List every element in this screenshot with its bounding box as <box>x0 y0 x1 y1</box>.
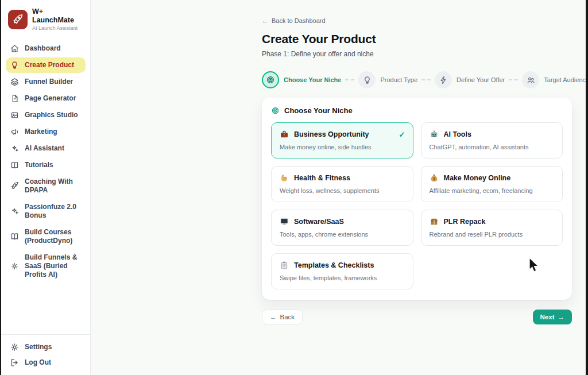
gear-icon <box>10 262 19 270</box>
sidebar-item-label: Create Product <box>25 61 74 69</box>
sidebar-item-coaching-dpapa[interactable]: Coaching With DPAPA <box>6 174 86 198</box>
gear-icon <box>10 343 19 351</box>
book-icon <box>10 232 19 241</box>
sidebar-item-marketing[interactable]: Marketing <box>6 124 86 140</box>
sidebar-item-label: Coaching With DPAPA <box>25 177 81 195</box>
robot-icon <box>430 130 439 139</box>
step-target-audience[interactable]: Target Audience <box>522 71 588 88</box>
sidebar-item-label: Funnel Builder <box>25 78 73 86</box>
panel-header: Choose Your Niche <box>271 106 563 115</box>
next-button[interactable]: Next → <box>533 310 572 324</box>
niche-option-title: Make Money Online <box>444 174 511 182</box>
left-arrow-icon: ← <box>270 314 277 320</box>
megaphone-icon <box>10 127 19 136</box>
rocket-icon <box>10 181 19 190</box>
sidebar-item-label: Settings <box>25 343 52 351</box>
niche-option-title: Templates & Checklists <box>294 261 374 269</box>
app-tagline: AI Launch Assistant <box>32 25 86 32</box>
back-link-label: Back to Dashboard <box>272 17 326 24</box>
sidebar-item-build-funnels-saas[interactable]: Build Funnels & SaaS (Buried Profits AI) <box>6 250 86 283</box>
sidebar-item-graphics-studio[interactable]: Graphics Studio <box>6 107 86 123</box>
rocket-icon <box>8 10 28 29</box>
sidebar-item-settings[interactable]: Settings <box>6 339 86 355</box>
sparkles-icon <box>10 144 19 153</box>
step-label: Product Type <box>380 76 417 83</box>
sidebar-item-label: Dashboard <box>25 44 61 53</box>
svg-text:$: $ <box>433 177 435 181</box>
page-icon <box>10 94 19 103</box>
niche-option-title: Software/SaaS <box>294 218 344 226</box>
desktop-icon <box>280 217 289 226</box>
niche-option-subtitle: Rebrand and resell PLR products <box>430 231 555 238</box>
sidebar-item-passionfuze-bonus[interactable]: Passionfuze 2.0 Bonus <box>6 199 86 223</box>
target-icon <box>271 106 280 115</box>
sidebar-footer: Settings Log Out <box>1 334 90 375</box>
sidebar: W+ LaunchMate AI Launch Assistant Dashbo… <box>1 0 91 375</box>
logout-icon <box>10 358 19 367</box>
back-to-dashboard-link[interactable]: ← Back to Dashboard <box>262 17 326 24</box>
step-connector <box>421 79 431 80</box>
users-icon <box>527 76 535 84</box>
sidebar-item-label: Graphics Studio <box>25 111 78 119</box>
sidebar-item-label: Build Courses (ProductDyno) <box>25 228 81 245</box>
layers-icon <box>10 78 19 86</box>
back-button[interactable]: ← Back <box>262 310 303 324</box>
sidebar-nav: Dashboard Create Product Funnel Builder … <box>1 37 90 283</box>
book-icon <box>10 161 19 169</box>
niche-option-subtitle: Make money online, side hustles <box>280 144 405 150</box>
sidebar-item-funnel-builder[interactable]: Funnel Builder <box>6 74 86 90</box>
brand-text: W+ LaunchMate AI Launch Assistant <box>32 7 86 32</box>
sidebar-item-dashboard[interactable]: Dashboard <box>6 41 86 56</box>
sidebar-item-tutorials[interactable]: Tutorials <box>6 157 86 173</box>
app-title: W+ LaunchMate <box>32 7 86 25</box>
step-circle <box>262 71 279 88</box>
home-icon <box>10 44 19 53</box>
sidebar-item-build-courses[interactable]: Build Courses (ProductDyno) <box>6 225 86 249</box>
check-icon: ✓ <box>399 130 405 139</box>
main-content: ← Back to Dashboard Create Your Product … <box>91 0 585 375</box>
back-button-label: Back <box>280 314 295 320</box>
clipboard-icon <box>280 261 289 270</box>
image-icon <box>10 111 19 119</box>
step-connector <box>509 79 518 80</box>
niche-option-title: PLR Repack <box>444 218 486 226</box>
niche-option-subtitle: Tools, apps, chrome extensions <box>280 231 405 238</box>
lightbulb-icon <box>10 61 19 69</box>
package-icon <box>430 217 439 226</box>
niche-option-subtitle: Weight loss, wellness, supplements <box>280 187 405 194</box>
niche-option-plr-repack[interactable]: PLR Repack Rebrand and resell PLR produc… <box>421 210 563 246</box>
niche-option-templates-checklists[interactable]: Templates & Checklists Swipe files, temp… <box>271 253 413 289</box>
create-product-page: ← Back to Dashboard Create Your Product … <box>262 0 572 324</box>
niche-option-health-fitness[interactable]: Health & Fitness Weight loss, wellness, … <box>271 166 413 202</box>
target-icon <box>266 75 275 84</box>
panel-title: Choose Your Niche <box>284 106 353 115</box>
niche-options-grid: Business Opportunity ✓ Make money online… <box>271 122 563 289</box>
sidebar-item-create-product[interactable]: Create Product <box>6 57 86 73</box>
next-button-label: Next <box>540 314 555 320</box>
step-circle <box>358 71 376 88</box>
niche-option-subtitle: Affiliate marketing, ecom, freelancing <box>430 187 555 194</box>
briefcase-icon <box>280 130 289 139</box>
niche-option-title: Business Opportunity <box>294 130 369 138</box>
sidebar-item-label: Build Funnels & SaaS (Buried Profits AI) <box>25 253 81 279</box>
niche-option-software-saas[interactable]: Software/SaaS Tools, apps, chrome extens… <box>271 210 413 246</box>
step-define-your-offer[interactable]: Define Your Offer <box>435 71 505 88</box>
niche-option-make-money-online[interactable]: $ Make Money Online Affiliate marketing,… <box>421 166 563 202</box>
step-label: Target Audience <box>544 76 588 83</box>
sidebar-item-page-generator[interactable]: Page Generator <box>6 91 86 106</box>
niche-option-title: AI Tools <box>444 130 471 138</box>
sidebar-item-ai-assistant[interactable]: AI Assistant <box>6 141 86 156</box>
niche-option-subtitle: Swipe files, templates, frameworks <box>280 275 405 281</box>
sidebar-item-logout[interactable]: Log Out <box>6 355 86 370</box>
step-product-type[interactable]: Product Type <box>358 71 417 88</box>
brand: W+ LaunchMate AI Launch Assistant <box>1 0 90 37</box>
step-circle <box>435 71 452 88</box>
sidebar-item-label: Page Generator <box>25 94 76 103</box>
niche-option-business-opportunity[interactable]: Business Opportunity ✓ Make money online… <box>271 122 413 158</box>
sidebar-item-label: Passionfuze 2.0 Bonus <box>25 203 81 220</box>
step-choose-your-niche[interactable]: Choose Your Niche <box>262 71 341 88</box>
bolt-icon <box>439 76 448 84</box>
sparkles-icon <box>10 207 19 215</box>
niche-option-ai-tools[interactable]: AI Tools ChatGPT, automation, AI assista… <box>421 122 563 158</box>
right-arrow-icon: → <box>558 314 565 320</box>
